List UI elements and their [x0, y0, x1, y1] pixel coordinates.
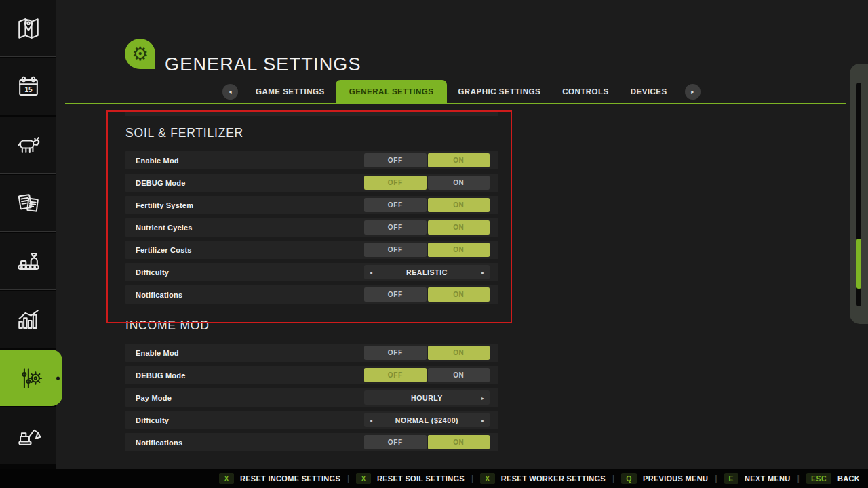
- toggle-on-button[interactable]: ON: [428, 153, 490, 167]
- shortcut-key: E: [724, 473, 739, 484]
- construction-icon: [14, 421, 43, 451]
- selector-value: HOURLY: [411, 394, 443, 402]
- setting-label: Difficulty: [136, 416, 169, 424]
- option-selector[interactable]: HOURLY▸: [364, 390, 490, 405]
- toggle-off-button[interactable]: OFF: [364, 368, 427, 382]
- toggle-on-button[interactable]: ON: [428, 220, 490, 235]
- toggle-off-button[interactable]: OFF: [364, 243, 427, 257]
- settings-row: Difficulty◂NORMAL ($2400)▸: [125, 411, 498, 429]
- map-icon: [14, 14, 43, 43]
- shortcut-reset-worker-settings[interactable]: XRESET WORKER SETTINGS: [480, 473, 606, 484]
- tab-devices[interactable]: DEVICES: [620, 80, 678, 103]
- sidebar-item-contracts[interactable]: [0, 175, 56, 232]
- settings-row: Pay ModeHOURLY▸: [125, 388, 498, 407]
- tabs-prev-button[interactable]: ◂: [222, 84, 238, 100]
- toggle-off-button[interactable]: OFF: [364, 435, 427, 449]
- tab-underline: [65, 103, 846, 104]
- toggle-group: OFFON: [364, 176, 490, 190]
- shortcut-label: PREVIOUS MENU: [643, 474, 708, 483]
- chevron-right-icon: ▸: [691, 89, 694, 95]
- tab-game-settings[interactable]: GAME SETTINGS: [245, 80, 336, 103]
- setting-label: Pay Mode: [136, 394, 172, 402]
- toggle-on-button[interactable]: ON: [428, 346, 490, 360]
- settings-row: NotificationsOFFON: [125, 433, 498, 451]
- setting-label: Fertilizer Costs: [136, 246, 192, 254]
- option-selector[interactable]: ◂REALISTIC▸: [364, 265, 490, 279]
- partially-scrolled-row: [125, 111, 498, 116]
- toggle-group: OFFON: [364, 153, 490, 167]
- sidebar-item-map[interactable]: [0, 0, 56, 57]
- settings-row: DEBUG ModeOFFON: [125, 174, 498, 192]
- shortcut-separator: |: [715, 474, 717, 483]
- sidebar-item-production[interactable]: [0, 233, 56, 290]
- setting-label: DEBUG Mode: [136, 371, 186, 380]
- shortcut-label: RESET WORKER SETTINGS: [501, 474, 606, 483]
- tab-items: GAME SETTINGSGENERAL SETTINGSGRAPHIC SET…: [245, 80, 678, 103]
- sidebar-item-calendar[interactable]: 15: [0, 58, 56, 115]
- selector-next-arrow-icon[interactable]: ▸: [481, 417, 484, 423]
- toggle-group: OFFON: [364, 346, 490, 360]
- toggle-on-button[interactable]: ON: [428, 368, 490, 382]
- option-selector[interactable]: ◂NORMAL ($2400)▸: [364, 413, 490, 427]
- toggle-off-button[interactable]: OFF: [364, 198, 427, 212]
- setting-label: Notifications: [136, 439, 182, 447]
- setting-label: DEBUG Mode: [136, 179, 186, 187]
- production-icon: [14, 247, 43, 277]
- settings-row: DEBUG ModeOFFON: [125, 366, 498, 384]
- selector-value: NORMAL ($2400): [395, 416, 458, 424]
- tab-general-settings[interactable]: GENERAL SETTINGS: [336, 80, 448, 103]
- toggle-on-button[interactable]: ON: [428, 287, 490, 302]
- toggle-off-button[interactable]: OFF: [364, 287, 427, 302]
- tab-graphic-settings[interactable]: GRAPHIC SETTINGS: [447, 80, 551, 103]
- toggle-on-button[interactable]: ON: [428, 435, 490, 449]
- toggle-group: OFFON: [364, 435, 490, 449]
- sidebar-item-mod-settings[interactable]: [0, 350, 62, 406]
- sidebar-item-animals[interactable]: [0, 117, 56, 174]
- setting-label: Fertility System: [136, 201, 193, 209]
- scrollbar-track[interactable]: [856, 83, 861, 306]
- toggle-group: OFFON: [364, 287, 490, 302]
- settings-row: Nutrient CyclesOFFON: [125, 218, 498, 237]
- shortcut-separator: |: [471, 474, 473, 483]
- shortcut-label: RESET SOIL SETTINGS: [377, 474, 465, 483]
- toggle-on-button[interactable]: ON: [428, 243, 490, 257]
- sidebar-item-statistics[interactable]: [0, 291, 56, 348]
- selector-next-arrow-icon[interactable]: ▸: [481, 269, 484, 275]
- tabs-next-button[interactable]: ▸: [685, 84, 701, 100]
- scrollbar-thumb[interactable]: [856, 239, 861, 289]
- selector-prev-arrow-icon[interactable]: ◂: [370, 269, 372, 275]
- calendar-icon: 15: [14, 72, 43, 102]
- tab-bar: ◂ GAME SETTINGSGENERAL SETTINGSGRAPHIC S…: [216, 80, 707, 103]
- page-title: GENERAL SETTINGS: [165, 54, 361, 75]
- toggle-group: OFFON: [364, 368, 490, 382]
- shortcut-previous-menu[interactable]: QPREVIOUS MENU: [621, 473, 708, 484]
- settings-section: SOIL & FERTILIZEREnable ModOFFONDEBUG Mo…: [125, 126, 498, 304]
- shortcut-reset-soil-settings[interactable]: XRESET SOIL SETTINGS: [356, 473, 464, 484]
- mod-settings-icon: [16, 363, 46, 393]
- setting-label: Enable Mod: [136, 157, 179, 165]
- settings-row: Enable ModOFFON: [125, 344, 498, 362]
- toggle-off-button[interactable]: OFF: [364, 176, 427, 190]
- toggle-off-button[interactable]: OFF: [364, 220, 427, 235]
- setting-label: Enable Mod: [136, 349, 179, 357]
- tab-controls[interactable]: CONTROLS: [551, 80, 620, 103]
- toggle-off-button[interactable]: OFF: [364, 153, 427, 167]
- shortcut-next-menu[interactable]: ENEXT MENU: [724, 473, 791, 484]
- shortcut-separator: |: [612, 474, 614, 483]
- game-settings-screen: 15 ⚙ GENERAL SETTINGS ◂ GAME SETTINGSGEN…: [0, 0, 868, 488]
- selector-prev-arrow-icon[interactable]: ◂: [370, 417, 372, 423]
- toggle-on-button[interactable]: ON: [428, 198, 490, 212]
- scrollbar[interactable]: [850, 64, 868, 324]
- selector-next-arrow-icon[interactable]: ▸: [481, 394, 484, 401]
- gear-glyph: ⚙: [132, 45, 149, 64]
- sidebar-item-construction[interactable]: [0, 407, 56, 464]
- toggle-off-button[interactable]: OFF: [364, 346, 427, 360]
- shortcut-label: RESET INCOME SETTINGS: [240, 474, 340, 483]
- contracts-icon: [14, 188, 43, 218]
- toggle-on-button[interactable]: ON: [428, 176, 490, 190]
- shortcut-reset-income-settings[interactable]: XRESET INCOME SETTINGS: [219, 473, 340, 484]
- shortcut-back[interactable]: ESCBACK: [806, 473, 860, 484]
- settings-content: SOIL & FERTILIZEREnable ModOFFONDEBUG Mo…: [125, 111, 498, 455]
- toggle-group: OFFON: [364, 198, 490, 212]
- settings-row: Fertilizer CostsOFFON: [125, 241, 498, 259]
